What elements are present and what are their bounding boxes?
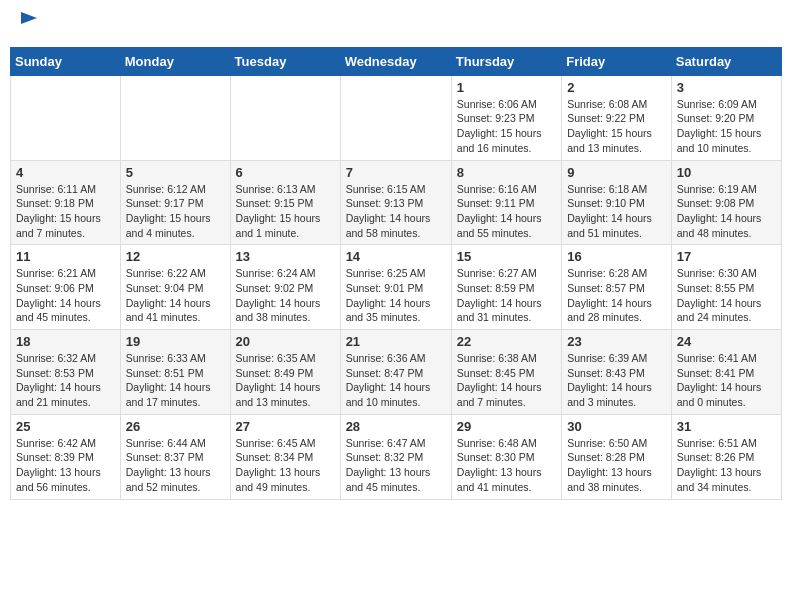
calendar-week-row: 25Sunrise: 6:42 AM Sunset: 8:39 PM Dayli… [11, 414, 782, 499]
day-info: Sunrise: 6:48 AM Sunset: 8:30 PM Dayligh… [457, 436, 556, 495]
calendar-cell: 18Sunrise: 6:32 AM Sunset: 8:53 PM Dayli… [11, 330, 121, 415]
day-number: 29 [457, 419, 556, 434]
calendar-cell: 23Sunrise: 6:39 AM Sunset: 8:43 PM Dayli… [562, 330, 672, 415]
weekday-header-sunday: Sunday [11, 47, 121, 75]
page-header [10, 10, 782, 39]
day-number: 26 [126, 419, 225, 434]
day-number: 6 [236, 165, 335, 180]
calendar-cell: 15Sunrise: 6:27 AM Sunset: 8:59 PM Dayli… [451, 245, 561, 330]
calendar-cell [230, 75, 340, 160]
logo-general-line [15, 10, 41, 39]
day-number: 3 [677, 80, 776, 95]
calendar-cell: 10Sunrise: 6:19 AM Sunset: 9:08 PM Dayli… [671, 160, 781, 245]
calendar-cell: 26Sunrise: 6:44 AM Sunset: 8:37 PM Dayli… [120, 414, 230, 499]
day-info: Sunrise: 6:11 AM Sunset: 9:18 PM Dayligh… [16, 182, 115, 241]
calendar-cell: 5Sunrise: 6:12 AM Sunset: 9:17 PM Daylig… [120, 160, 230, 245]
day-info: Sunrise: 6:13 AM Sunset: 9:15 PM Dayligh… [236, 182, 335, 241]
svg-marker-0 [21, 12, 37, 24]
day-info: Sunrise: 6:09 AM Sunset: 9:20 PM Dayligh… [677, 97, 776, 156]
calendar-cell: 6Sunrise: 6:13 AM Sunset: 9:15 PM Daylig… [230, 160, 340, 245]
calendar-cell: 22Sunrise: 6:38 AM Sunset: 8:45 PM Dayli… [451, 330, 561, 415]
calendar-cell [340, 75, 451, 160]
day-number: 16 [567, 249, 666, 264]
calendar-cell: 31Sunrise: 6:51 AM Sunset: 8:26 PM Dayli… [671, 414, 781, 499]
calendar-table: SundayMondayTuesdayWednesdayThursdayFrid… [10, 47, 782, 500]
day-number: 31 [677, 419, 776, 434]
calendar-cell: 27Sunrise: 6:45 AM Sunset: 8:34 PM Dayli… [230, 414, 340, 499]
day-info: Sunrise: 6:36 AM Sunset: 8:47 PM Dayligh… [346, 351, 446, 410]
day-number: 11 [16, 249, 115, 264]
logo [15, 10, 45, 39]
day-info: Sunrise: 6:30 AM Sunset: 8:55 PM Dayligh… [677, 266, 776, 325]
day-info: Sunrise: 6:22 AM Sunset: 9:04 PM Dayligh… [126, 266, 225, 325]
day-info: Sunrise: 6:08 AM Sunset: 9:22 PM Dayligh… [567, 97, 666, 156]
calendar-week-row: 18Sunrise: 6:32 AM Sunset: 8:53 PM Dayli… [11, 330, 782, 415]
day-info: Sunrise: 6:16 AM Sunset: 9:11 PM Dayligh… [457, 182, 556, 241]
day-info: Sunrise: 6:51 AM Sunset: 8:26 PM Dayligh… [677, 436, 776, 495]
day-info: Sunrise: 6:38 AM Sunset: 8:45 PM Dayligh… [457, 351, 556, 410]
day-info: Sunrise: 6:44 AM Sunset: 8:37 PM Dayligh… [126, 436, 225, 495]
calendar-cell: 3Sunrise: 6:09 AM Sunset: 9:20 PM Daylig… [671, 75, 781, 160]
calendar-cell: 21Sunrise: 6:36 AM Sunset: 8:47 PM Dayli… [340, 330, 451, 415]
calendar-cell: 29Sunrise: 6:48 AM Sunset: 8:30 PM Dayli… [451, 414, 561, 499]
weekday-header-thursday: Thursday [451, 47, 561, 75]
day-info: Sunrise: 6:32 AM Sunset: 8:53 PM Dayligh… [16, 351, 115, 410]
day-number: 17 [677, 249, 776, 264]
day-info: Sunrise: 6:25 AM Sunset: 9:01 PM Dayligh… [346, 266, 446, 325]
day-number: 7 [346, 165, 446, 180]
day-info: Sunrise: 6:21 AM Sunset: 9:06 PM Dayligh… [16, 266, 115, 325]
day-number: 15 [457, 249, 556, 264]
day-number: 19 [126, 334, 225, 349]
calendar-cell: 4Sunrise: 6:11 AM Sunset: 9:18 PM Daylig… [11, 160, 121, 245]
day-number: 28 [346, 419, 446, 434]
calendar-cell: 13Sunrise: 6:24 AM Sunset: 9:02 PM Dayli… [230, 245, 340, 330]
calendar-cell [120, 75, 230, 160]
logo-text-block [15, 10, 41, 39]
day-number: 22 [457, 334, 556, 349]
calendar-cell: 16Sunrise: 6:28 AM Sunset: 8:57 PM Dayli… [562, 245, 672, 330]
calendar-cell: 25Sunrise: 6:42 AM Sunset: 8:39 PM Dayli… [11, 414, 121, 499]
day-number: 18 [16, 334, 115, 349]
day-number: 1 [457, 80, 556, 95]
calendar-cell [11, 75, 121, 160]
day-number: 5 [126, 165, 225, 180]
calendar-cell: 8Sunrise: 6:16 AM Sunset: 9:11 PM Daylig… [451, 160, 561, 245]
day-info: Sunrise: 6:42 AM Sunset: 8:39 PM Dayligh… [16, 436, 115, 495]
calendar-cell: 20Sunrise: 6:35 AM Sunset: 8:49 PM Dayli… [230, 330, 340, 415]
day-info: Sunrise: 6:18 AM Sunset: 9:10 PM Dayligh… [567, 182, 666, 241]
calendar-cell: 1Sunrise: 6:06 AM Sunset: 9:23 PM Daylig… [451, 75, 561, 160]
day-number: 12 [126, 249, 225, 264]
weekday-header-saturday: Saturday [671, 47, 781, 75]
day-number: 30 [567, 419, 666, 434]
weekday-header-wednesday: Wednesday [340, 47, 451, 75]
calendar-header-row: SundayMondayTuesdayWednesdayThursdayFrid… [11, 47, 782, 75]
day-info: Sunrise: 6:39 AM Sunset: 8:43 PM Dayligh… [567, 351, 666, 410]
day-info: Sunrise: 6:24 AM Sunset: 9:02 PM Dayligh… [236, 266, 335, 325]
day-number: 4 [16, 165, 115, 180]
day-number: 21 [346, 334, 446, 349]
calendar-week-row: 11Sunrise: 6:21 AM Sunset: 9:06 PM Dayli… [11, 245, 782, 330]
calendar-week-row: 4Sunrise: 6:11 AM Sunset: 9:18 PM Daylig… [11, 160, 782, 245]
calendar-cell: 9Sunrise: 6:18 AM Sunset: 9:10 PM Daylig… [562, 160, 672, 245]
day-number: 25 [16, 419, 115, 434]
day-info: Sunrise: 6:45 AM Sunset: 8:34 PM Dayligh… [236, 436, 335, 495]
calendar-cell: 30Sunrise: 6:50 AM Sunset: 8:28 PM Dayli… [562, 414, 672, 499]
calendar-week-row: 1Sunrise: 6:06 AM Sunset: 9:23 PM Daylig… [11, 75, 782, 160]
calendar-cell: 17Sunrise: 6:30 AM Sunset: 8:55 PM Dayli… [671, 245, 781, 330]
day-info: Sunrise: 6:50 AM Sunset: 8:28 PM Dayligh… [567, 436, 666, 495]
weekday-header-friday: Friday [562, 47, 672, 75]
day-number: 27 [236, 419, 335, 434]
day-info: Sunrise: 6:06 AM Sunset: 9:23 PM Dayligh… [457, 97, 556, 156]
day-number: 14 [346, 249, 446, 264]
calendar-cell: 2Sunrise: 6:08 AM Sunset: 9:22 PM Daylig… [562, 75, 672, 160]
day-number: 23 [567, 334, 666, 349]
day-number: 24 [677, 334, 776, 349]
logo-flag-icon [17, 10, 41, 34]
day-number: 9 [567, 165, 666, 180]
day-info: Sunrise: 6:33 AM Sunset: 8:51 PM Dayligh… [126, 351, 225, 410]
day-info: Sunrise: 6:15 AM Sunset: 9:13 PM Dayligh… [346, 182, 446, 241]
calendar-cell: 12Sunrise: 6:22 AM Sunset: 9:04 PM Dayli… [120, 245, 230, 330]
day-info: Sunrise: 6:12 AM Sunset: 9:17 PM Dayligh… [126, 182, 225, 241]
calendar-cell: 11Sunrise: 6:21 AM Sunset: 9:06 PM Dayli… [11, 245, 121, 330]
day-info: Sunrise: 6:27 AM Sunset: 8:59 PM Dayligh… [457, 266, 556, 325]
